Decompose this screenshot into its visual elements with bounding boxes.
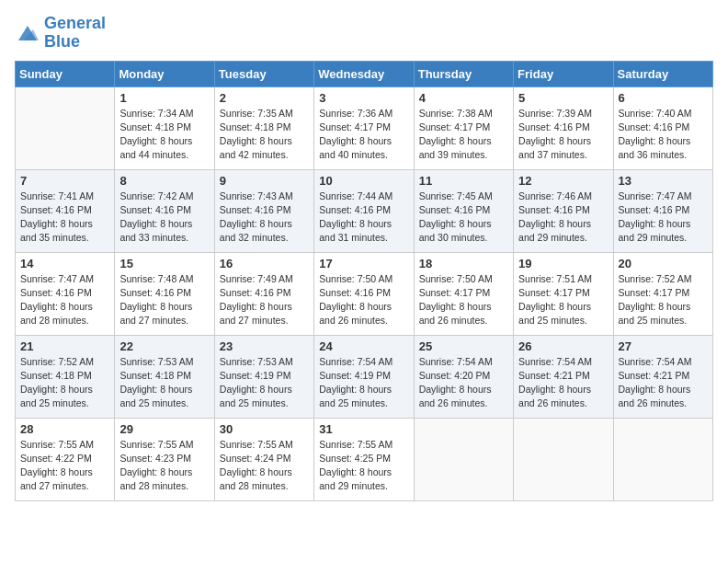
day-number: 13 [619, 174, 708, 188]
day-number: 21 [20, 339, 109, 353]
calendar: SundayMondayTuesdayWednesdayThursdayFrid… [15, 61, 713, 501]
day-info: Sunrise: 7:54 AMSunset: 4:21 PMDaylight:… [518, 355, 608, 411]
day-number: 27 [619, 339, 708, 353]
weekday-header: Wednesday [314, 61, 414, 86]
calendar-cell: 20Sunrise: 7:52 AMSunset: 4:17 PMDayligh… [613, 252, 712, 335]
day-info: Sunrise: 7:38 AMSunset: 4:17 PMDaylight:… [419, 107, 508, 163]
logo-icon [15, 20, 40, 46]
day-info: Sunrise: 7:43 AMSunset: 4:16 PMDaylight:… [220, 190, 309, 246]
weekday-header: Tuesday [214, 61, 313, 86]
day-number: 30 [220, 422, 309, 436]
day-info: Sunrise: 7:55 AMSunset: 4:24 PMDaylight:… [220, 438, 309, 494]
day-info: Sunrise: 7:47 AMSunset: 4:16 PMDaylight:… [20, 272, 109, 328]
day-info: Sunrise: 7:45 AMSunset: 4:16 PMDaylight:… [419, 190, 508, 246]
calendar-cell: 30Sunrise: 7:55 AMSunset: 4:24 PMDayligh… [214, 418, 313, 500]
calendar-cell: 27Sunrise: 7:54 AMSunset: 4:21 PMDayligh… [613, 335, 712, 418]
calendar-cell [414, 418, 513, 500]
weekday-header: Monday [115, 61, 214, 86]
calendar-cell: 2Sunrise: 7:35 AMSunset: 4:18 PMDaylight… [214, 86, 313, 169]
day-number: 15 [119, 257, 209, 270]
day-info: Sunrise: 7:53 AMSunset: 4:19 PMDaylight:… [220, 355, 309, 411]
day-info: Sunrise: 7:48 AMSunset: 4:16 PMDaylight:… [119, 272, 209, 328]
calendar-cell: 17Sunrise: 7:50 AMSunset: 4:16 PMDayligh… [314, 252, 414, 335]
day-info: Sunrise: 7:49 AMSunset: 4:16 PMDaylight:… [220, 272, 309, 328]
day-number: 1 [119, 91, 209, 105]
day-info: Sunrise: 7:34 AMSunset: 4:18 PMDaylight:… [119, 107, 209, 163]
calendar-cell: 11Sunrise: 7:45 AMSunset: 4:16 PMDayligh… [414, 169, 513, 252]
calendar-week-row: 7Sunrise: 7:41 AMSunset: 4:16 PMDaylight… [16, 169, 713, 252]
calendar-cell: 21Sunrise: 7:52 AMSunset: 4:18 PMDayligh… [16, 335, 115, 418]
day-info: Sunrise: 7:52 AMSunset: 4:17 PMDaylight:… [619, 272, 708, 328]
day-number: 14 [20, 257, 109, 270]
calendar-cell: 9Sunrise: 7:43 AMSunset: 4:16 PMDaylight… [214, 169, 313, 252]
day-info: Sunrise: 7:53 AMSunset: 4:18 PMDaylight:… [119, 355, 209, 411]
calendar-cell: 16Sunrise: 7:49 AMSunset: 4:16 PMDayligh… [214, 252, 313, 335]
weekday-header-row: SundayMondayTuesdayWednesdayThursdayFrid… [16, 61, 713, 86]
day-info: Sunrise: 7:42 AMSunset: 4:16 PMDaylight:… [119, 190, 209, 246]
calendar-cell: 4Sunrise: 7:38 AMSunset: 4:17 PMDaylight… [414, 86, 513, 169]
day-info: Sunrise: 7:50 AMSunset: 4:16 PMDaylight:… [319, 272, 408, 328]
calendar-cell [613, 418, 712, 500]
calendar-cell: 28Sunrise: 7:55 AMSunset: 4:22 PMDayligh… [16, 418, 115, 500]
calendar-cell: 26Sunrise: 7:54 AMSunset: 4:21 PMDayligh… [514, 335, 613, 418]
day-number: 3 [319, 91, 408, 105]
page-header: General Blue [15, 15, 713, 52]
logo-text: General Blue [44, 15, 106, 52]
day-info: Sunrise: 7:39 AMSunset: 4:16 PMDaylight:… [518, 107, 608, 163]
calendar-cell: 15Sunrise: 7:48 AMSunset: 4:16 PMDayligh… [115, 252, 214, 335]
day-number: 26 [518, 339, 608, 353]
day-number: 2 [220, 91, 309, 105]
day-number: 10 [319, 174, 408, 188]
day-info: Sunrise: 7:40 AMSunset: 4:16 PMDaylight:… [619, 107, 708, 163]
calendar-cell: 12Sunrise: 7:46 AMSunset: 4:16 PMDayligh… [514, 169, 613, 252]
logo: General Blue [15, 15, 106, 52]
day-info: Sunrise: 7:35 AMSunset: 4:18 PMDaylight:… [220, 107, 309, 163]
day-number: 24 [319, 339, 408, 353]
day-info: Sunrise: 7:44 AMSunset: 4:16 PMDaylight:… [319, 190, 408, 246]
day-number: 28 [20, 422, 109, 436]
calendar-cell: 25Sunrise: 7:54 AMSunset: 4:20 PMDayligh… [414, 335, 513, 418]
weekday-header: Thursday [414, 61, 513, 86]
day-info: Sunrise: 7:55 AMSunset: 4:22 PMDaylight:… [20, 438, 109, 494]
day-number: 16 [220, 257, 309, 270]
calendar-week-row: 21Sunrise: 7:52 AMSunset: 4:18 PMDayligh… [16, 335, 713, 418]
day-number: 29 [119, 422, 209, 436]
calendar-cell: 31Sunrise: 7:55 AMSunset: 4:25 PMDayligh… [314, 418, 414, 500]
day-number: 17 [319, 257, 408, 270]
day-number: 19 [518, 257, 608, 270]
calendar-cell: 1Sunrise: 7:34 AMSunset: 4:18 PMDaylight… [115, 86, 214, 169]
day-number: 31 [319, 422, 408, 436]
calendar-week-row: 1Sunrise: 7:34 AMSunset: 4:18 PMDaylight… [16, 86, 713, 169]
calendar-cell: 18Sunrise: 7:50 AMSunset: 4:17 PMDayligh… [414, 252, 513, 335]
day-info: Sunrise: 7:51 AMSunset: 4:17 PMDaylight:… [518, 272, 608, 328]
calendar-cell: 13Sunrise: 7:47 AMSunset: 4:16 PMDayligh… [613, 169, 712, 252]
day-info: Sunrise: 7:47 AMSunset: 4:16 PMDaylight:… [619, 190, 708, 246]
day-number: 23 [220, 339, 309, 353]
calendar-cell: 23Sunrise: 7:53 AMSunset: 4:19 PMDayligh… [214, 335, 313, 418]
calendar-cell [16, 86, 115, 169]
calendar-cell: 3Sunrise: 7:36 AMSunset: 4:17 PMDaylight… [314, 86, 414, 169]
day-info: Sunrise: 7:54 AMSunset: 4:19 PMDaylight:… [319, 355, 408, 411]
calendar-cell: 14Sunrise: 7:47 AMSunset: 4:16 PMDayligh… [16, 252, 115, 335]
day-info: Sunrise: 7:50 AMSunset: 4:17 PMDaylight:… [419, 272, 508, 328]
calendar-week-row: 14Sunrise: 7:47 AMSunset: 4:16 PMDayligh… [16, 252, 713, 335]
day-info: Sunrise: 7:54 AMSunset: 4:21 PMDaylight:… [619, 355, 708, 411]
day-info: Sunrise: 7:41 AMSunset: 4:16 PMDaylight:… [20, 190, 109, 246]
calendar-cell: 7Sunrise: 7:41 AMSunset: 4:16 PMDaylight… [16, 169, 115, 252]
day-number: 25 [419, 339, 508, 353]
day-number: 20 [619, 257, 708, 270]
calendar-cell: 10Sunrise: 7:44 AMSunset: 4:16 PMDayligh… [314, 169, 414, 252]
day-number: 8 [119, 174, 209, 188]
calendar-cell: 22Sunrise: 7:53 AMSunset: 4:18 PMDayligh… [115, 335, 214, 418]
day-info: Sunrise: 7:52 AMSunset: 4:18 PMDaylight:… [20, 355, 109, 411]
day-info: Sunrise: 7:55 AMSunset: 4:25 PMDaylight:… [319, 438, 408, 494]
day-number: 9 [220, 174, 309, 188]
day-number: 6 [619, 91, 708, 105]
calendar-cell: 8Sunrise: 7:42 AMSunset: 4:16 PMDaylight… [115, 169, 214, 252]
calendar-cell: 24Sunrise: 7:54 AMSunset: 4:19 PMDayligh… [314, 335, 414, 418]
calendar-cell: 5Sunrise: 7:39 AMSunset: 4:16 PMDaylight… [514, 86, 613, 169]
weekday-header: Friday [514, 61, 613, 86]
day-number: 5 [518, 91, 608, 105]
calendar-cell: 19Sunrise: 7:51 AMSunset: 4:17 PMDayligh… [514, 252, 613, 335]
day-number: 4 [419, 91, 508, 105]
